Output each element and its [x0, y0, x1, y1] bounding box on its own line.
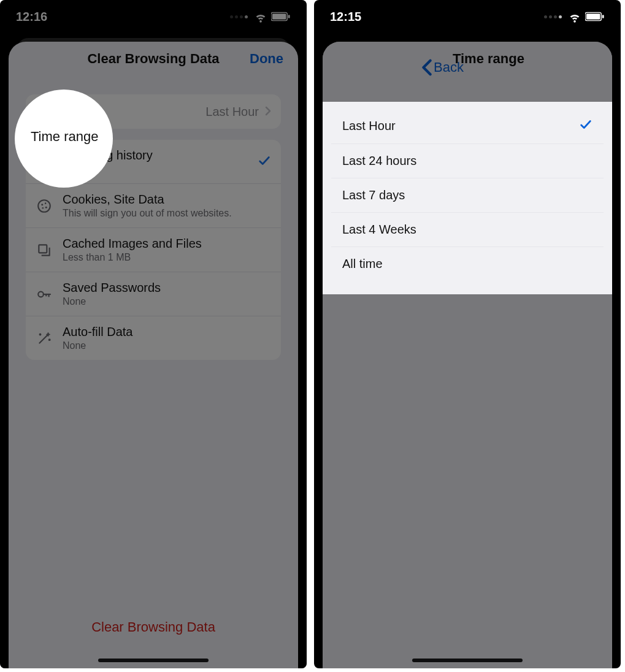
time-range-option[interactable]: Last 4 Weeks	[331, 212, 604, 246]
svg-point-17	[49, 339, 50, 340]
svg-rect-19	[586, 13, 600, 19]
svg-rect-10	[43, 293, 51, 294]
cellular-icon	[544, 15, 562, 18]
time-range-options: Last HourLast 24 hoursLast 7 daysLast 4 …	[323, 102, 612, 289]
chevron-right-icon	[265, 105, 271, 119]
data-type-row[interactable]: Cookies, Site DataThis will sign you out…	[26, 183, 281, 227]
svg-point-16	[40, 334, 41, 335]
svg-rect-20	[602, 15, 604, 18]
home-indicator	[412, 659, 523, 662]
row-title: Cookies, Site Data	[63, 193, 271, 207]
row-subtitle: This will sign you out of most websites.	[63, 208, 271, 219]
battery-icon	[585, 12, 605, 21]
screenshot-clear-browsing-data: 12:16 Clear Browsing Data Done	[0, 0, 307, 668]
option-label: All time	[342, 257, 383, 271]
row-title: Saved Passwords	[63, 281, 271, 295]
key-icon	[36, 286, 53, 303]
svg-point-3	[38, 200, 50, 212]
battery-icon	[271, 12, 291, 21]
time-range-option[interactable]: Last 24 hours	[331, 143, 604, 178]
wand-icon	[36, 330, 53, 347]
svg-point-6	[45, 206, 47, 208]
check-icon	[258, 154, 271, 170]
option-label: Last 24 hours	[342, 154, 416, 168]
data-type-row[interactable]: Saved PasswordsNone	[26, 272, 281, 316]
option-label: Last Hour	[342, 119, 396, 133]
time-range-option[interactable]: Last Hour	[331, 108, 604, 143]
sheet-header: Clear Browsing Data Done	[9, 42, 298, 76]
svg-line-13	[39, 335, 47, 343]
layers-icon	[36, 242, 53, 259]
status-bar: 12:16	[0, 0, 307, 33]
svg-rect-2	[288, 15, 290, 18]
data-type-row[interactable]: Auto-fill DataNone	[26, 316, 281, 360]
row-subtitle: Less than 1 MB	[63, 252, 271, 263]
svg-point-5	[45, 202, 47, 204]
spotlight-label: Time range	[31, 129, 98, 145]
screenshot-time-range: 12:15 Back Time range	[314, 0, 621, 668]
svg-point-4	[41, 204, 43, 205]
svg-rect-8	[39, 245, 47, 253]
wifi-icon	[254, 10, 267, 23]
svg-rect-11	[48, 293, 50, 296]
page-title: Clear Browsing Data	[87, 51, 219, 67]
row-subtitle: None	[63, 340, 271, 351]
clear-browsing-data-button[interactable]: Clear Browsing Data	[17, 619, 289, 635]
cookie-icon	[36, 197, 53, 215]
status-bar: 12:15	[314, 0, 621, 33]
wifi-icon	[568, 10, 581, 23]
time-range-option[interactable]: Last 7 days	[331, 178, 604, 212]
check-icon	[579, 118, 592, 134]
done-button[interactable]: Done	[250, 51, 283, 67]
row-title: Auto-fill Data	[63, 325, 271, 339]
home-indicator	[98, 659, 209, 662]
row-title: Cached Images and Files	[63, 237, 271, 251]
svg-point-7	[42, 207, 44, 208]
option-label: Last 7 days	[342, 188, 405, 202]
svg-rect-12	[45, 293, 47, 296]
svg-rect-1	[272, 13, 286, 19]
status-time: 12:16	[16, 10, 47, 24]
page-title: Time range	[453, 51, 524, 67]
cellular-icon	[230, 15, 248, 18]
sheet-header: Back Time range	[323, 42, 612, 76]
row-subtitle: None	[63, 296, 271, 307]
status-time: 12:15	[330, 10, 361, 24]
data-type-row[interactable]: Cached Images and FilesLess than 1 MB	[26, 227, 281, 272]
time-range-option[interactable]: All time	[331, 246, 604, 281]
option-label: Last 4 Weeks	[342, 223, 416, 237]
svg-point-9	[38, 291, 44, 297]
time-range-value: Last Hour	[205, 105, 259, 119]
